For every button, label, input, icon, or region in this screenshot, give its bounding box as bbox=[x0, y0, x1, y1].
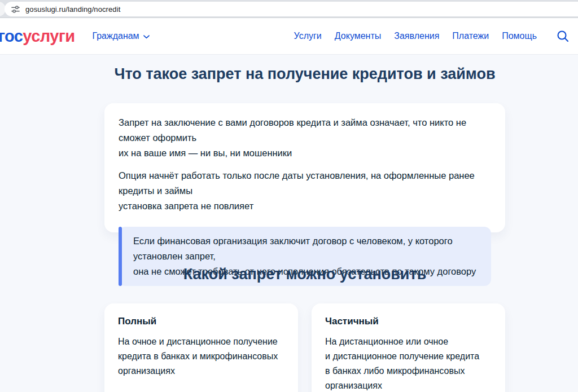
ban-card-partial: Частичный На дистанционное или очное и д… bbox=[312, 303, 505, 392]
search-icon[interactable] bbox=[555, 29, 570, 43]
ban-card-title: Полный bbox=[118, 316, 284, 327]
intro-card: Запрет на заключение с вами договоров кр… bbox=[104, 103, 505, 232]
nav-item-zayavleniya[interactable]: Заявления bbox=[394, 31, 439, 41]
site-settings-sliders-icon[interactable] bbox=[11, 5, 20, 14]
ban-card-text: На очное и дистанционное получение креди… bbox=[118, 334, 284, 378]
section-title: Какой запрет можно установить bbox=[104, 265, 505, 284]
nav-item-dokumenty[interactable]: Документы bbox=[335, 31, 381, 41]
ban-card-title: Частичный bbox=[325, 316, 492, 327]
nav-item-uslugi[interactable]: Услуги bbox=[294, 31, 322, 41]
address-bar[interactable]: gosuslugi.ru/landing/nocredit bbox=[5, 2, 578, 16]
browser-toolbar: gosuslugi.ru/landing/nocredit bbox=[0, 0, 578, 18]
audience-dropdown-label: Гражданам bbox=[92, 31, 139, 41]
logo-part-blue: гос bbox=[0, 27, 23, 45]
ban-option-cards: Полный На очное и дистанционное получени… bbox=[104, 303, 505, 392]
ban-card-text: На дистанционное или очное и дистанционн… bbox=[325, 334, 492, 392]
gosuslugi-logo[interactable]: госуслуги bbox=[0, 28, 75, 45]
nav-item-pomosch[interactable]: Помощь bbox=[502, 31, 537, 41]
page-title: Что такое запрет на получение кредитов и… bbox=[104, 64, 505, 83]
nav-item-platezhi[interactable]: Платежи bbox=[452, 31, 489, 41]
main-nav: Услуги Документы Заявления Платежи Помощ… bbox=[294, 29, 570, 43]
ban-card-full: Полный На очное и дистанционное получени… bbox=[104, 303, 298, 392]
chevron-down-icon bbox=[143, 31, 150, 41]
site-header: госуслуги Гражданам Услуги Документы Зая… bbox=[0, 18, 578, 55]
page-content: Что такое запрет на получение кредитов и… bbox=[0, 55, 578, 392]
intro-paragraph-2: Опция начнёт работать только после даты … bbox=[119, 168, 491, 214]
intro-paragraph-1: Запрет на заключение с вами договоров кр… bbox=[119, 115, 491, 161]
audience-dropdown[interactable]: Гражданам bbox=[92, 31, 149, 41]
logo-part-red: услуги bbox=[23, 27, 75, 45]
url-text[interactable]: gosuslugi.ru/landing/nocredit bbox=[25, 5, 120, 14]
